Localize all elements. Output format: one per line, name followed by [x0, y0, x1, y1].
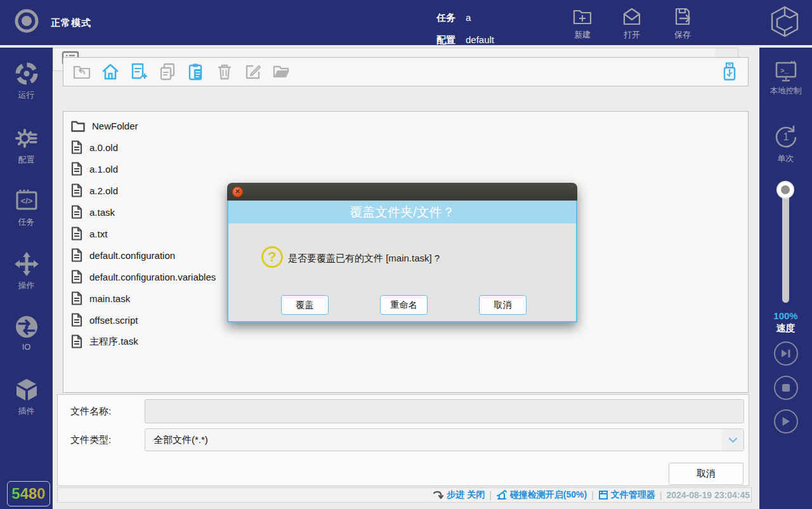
file-name: a.task	[89, 207, 115, 218]
close-icon[interactable]: ✕	[232, 187, 243, 197]
new-file-button[interactable]	[129, 62, 148, 81]
usb-device-button[interactable]	[720, 62, 739, 81]
sidebar-item-local-control[interactable]: >_ 本地控制	[759, 60, 812, 96]
copy-button[interactable]	[158, 62, 177, 81]
folder-plus-icon	[571, 5, 594, 28]
sidebar-item-task[interactable]: </> 任务	[0, 187, 53, 228]
sidebar-item-run[interactable]: 运行	[0, 60, 53, 101]
settings-gear-icon	[13, 125, 40, 152]
speed-label: 速度	[759, 322, 812, 334]
trash-icon	[217, 63, 232, 81]
file-icon	[71, 140, 82, 154]
statusbar-separator: |	[660, 490, 662, 500]
status-bar: 步进 关闭 | 碰撞检测开启(50%) | 文件管理器 | 2024-08-19…	[57, 487, 752, 503]
dialog-cancel-button[interactable]: 取消	[479, 295, 527, 315]
file-row[interactable]: NewFolder	[63, 115, 748, 136]
file-row[interactable]: 主程序.task	[63, 331, 748, 352]
folder-icon	[71, 120, 85, 132]
stop-button[interactable]	[774, 376, 798, 400]
open-mail-icon	[620, 5, 643, 28]
file-name: offset.script	[89, 315, 138, 326]
delete-button[interactable]	[215, 62, 234, 81]
sidebar-item-label: 配置	[0, 154, 53, 166]
file-icon	[71, 183, 82, 197]
sidebar-item-label: 运行	[0, 89, 53, 101]
save-export-icon	[671, 5, 694, 28]
question-icon: ?	[261, 246, 283, 268]
code-window-icon: </>	[13, 187, 40, 214]
open-button[interactable]: 打开	[612, 4, 652, 41]
single-run-toggle[interactable]: 1 单次	[759, 122, 812, 164]
chevron-down-icon	[722, 429, 743, 451]
play-button[interactable]	[774, 409, 798, 433]
task-label: 任务	[436, 12, 455, 23]
dialog-titlebar[interactable]: ✕	[227, 183, 577, 201]
run-icon	[13, 60, 40, 87]
sidebar-item-config[interactable]: 配置	[0, 125, 53, 166]
left-sidebar: 运行 配置 </> 任务 操作	[0, 48, 53, 509]
sidebar-item-plugin[interactable]: 插件	[0, 376, 53, 417]
task-config-info: 任务a 配置default	[436, 6, 494, 51]
rename-button[interactable]: 重命名	[380, 295, 428, 315]
filetype-select[interactable]: 全部文件(*.*)	[145, 428, 744, 451]
file-name: a.0.old	[89, 142, 118, 153]
home-icon	[102, 63, 119, 80]
filename-label: 文件名称:	[70, 406, 111, 418]
statusbar-separator: |	[489, 490, 492, 500]
counter-box: 5480	[7, 481, 50, 506]
top-bar: 正常模式 任务a 配置default 新建 打开 保存	[0, 0, 812, 46]
plugin-cube-icon	[13, 376, 40, 403]
filename-input[interactable]	[145, 399, 744, 423]
io-circle-icon	[14, 314, 39, 340]
rename-button[interactable]	[244, 62, 263, 81]
paste-button[interactable]	[187, 62, 206, 81]
step-status: 步进 关闭	[433, 489, 485, 501]
overwrite-button[interactable]: 覆盖	[281, 295, 329, 315]
collision-status: 碰撞检测开启(50%)	[496, 489, 587, 501]
svg-text:>_: >_	[780, 67, 789, 75]
home-button[interactable]	[101, 62, 120, 81]
sidebar-item-operate[interactable]: 操作	[0, 251, 53, 291]
file-row[interactable]: a.0.old	[63, 136, 748, 158]
file-name: default.configuration.variables	[89, 272, 216, 282]
open-folder-button[interactable]	[272, 62, 291, 81]
speed-percent: 100%	[759, 310, 812, 321]
file-name: NewFolder	[92, 121, 138, 131]
file-plus-icon	[131, 63, 147, 81]
file-icon	[71, 270, 82, 284]
file-toolbar	[63, 57, 749, 86]
dialog-message: 是否要覆盖已有的文件 [main.task] ?	[288, 253, 440, 265]
file-row[interactable]: a.1.old	[63, 158, 748, 180]
dialog-title: 覆盖文件夹/文件？	[227, 201, 577, 223]
statusbar-separator: |	[591, 490, 594, 500]
task-value: a	[466, 12, 471, 23]
file-name: a.1.old	[89, 164, 118, 175]
file-name: a.2.old	[89, 185, 118, 196]
form-cancel-button[interactable]: 取消	[669, 463, 743, 485]
collision-robot-icon	[496, 490, 508, 501]
statusbar-timestamp: 2024-08-19 23:04:45	[666, 490, 750, 500]
filetype-value: 全部文件(*.*)	[154, 434, 208, 446]
sidebar-item-label: 任务	[0, 216, 53, 228]
speed-slider-track[interactable]	[782, 188, 789, 303]
save-button[interactable]: 保存	[662, 4, 703, 41]
step-forward-button[interactable]	[774, 341, 798, 366]
mode-label: 正常模式	[51, 17, 91, 29]
new-button[interactable]: 新建	[562, 4, 603, 41]
dialog-body: ? 是否要覆盖已有的文件 [main.task] ? 覆盖 重命名 取消	[227, 223, 577, 322]
right-sidebar: >_ 本地控制 1 单次 100% 速度	[759, 48, 812, 509]
step-arrow-icon	[433, 491, 444, 500]
back-button[interactable]	[72, 62, 91, 81]
local-control-label: 本地控制	[759, 86, 812, 96]
sidebar-item-label: 操作	[0, 280, 53, 291]
file-icon	[71, 248, 82, 262]
move-arrows-icon	[13, 251, 40, 277]
file-icon	[71, 334, 82, 348]
file-name: default.configuration	[89, 250, 175, 261]
config-value: default	[466, 34, 494, 45]
paste-icon	[188, 63, 204, 81]
config-label: 配置	[436, 34, 455, 45]
speed-slider-knob[interactable]	[776, 181, 794, 199]
manager-status: 文件管理器	[598, 489, 655, 501]
sidebar-item-io[interactable]: IO	[0, 314, 53, 352]
